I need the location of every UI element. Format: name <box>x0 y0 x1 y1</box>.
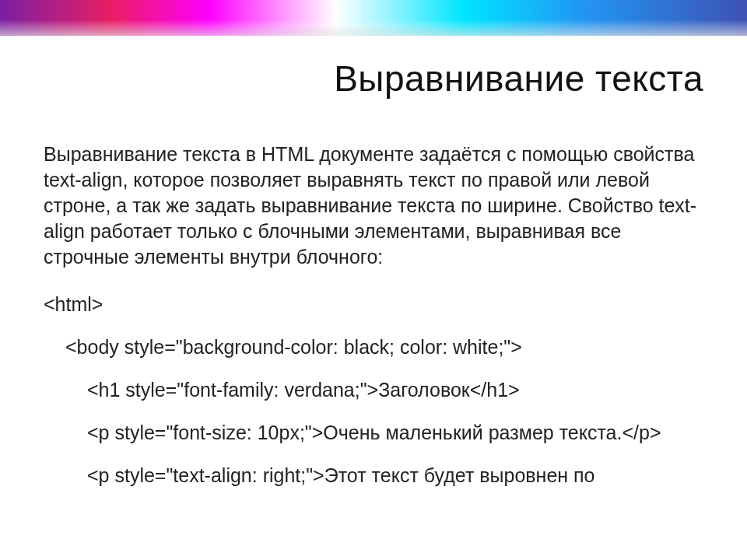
code-line-p-align: <p style="text-align: right;">Этот текст… <box>44 463 703 488</box>
code-line-html-open: <html> <box>44 292 703 317</box>
code-line-body: <body style="background-color: black; co… <box>44 334 703 360</box>
slide-description: Выравнивание текста в HTML документе зад… <box>44 142 703 270</box>
slide-content: Выравнивание текста Выравнивание текста … <box>0 36 747 488</box>
slide-title: Выравнивание текста <box>44 58 703 100</box>
code-line-p-small: <p style="font-size: 10px;">Очень малень… <box>44 420 703 446</box>
code-line-h1: <h1 style="font-family: verdana;">Заголо… <box>44 377 703 403</box>
decorative-top-stripe <box>0 0 747 36</box>
